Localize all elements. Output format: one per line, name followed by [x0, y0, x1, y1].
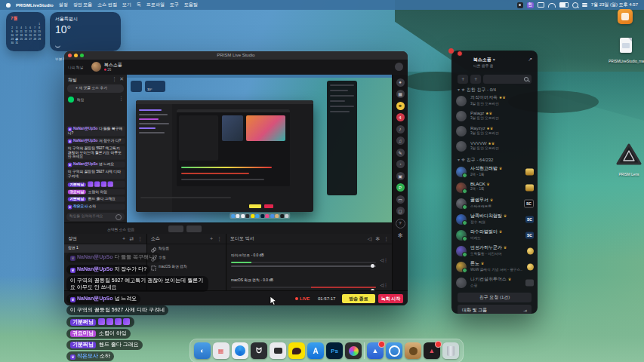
calendar-day[interactable]: 14: [34, 31, 36, 33]
calendar-day[interactable]: 10: [16, 31, 18, 33]
chat-input[interactable]: 채팅을 입력해주세요: [66, 213, 125, 221]
dock-icon-prism-live-studio[interactable]: ▲: [367, 342, 384, 359]
emoji-icon[interactable]: [116, 214, 122, 220]
calendar-day[interactable]: 26: [25, 38, 27, 41]
screen-record-icon[interactable]: [517, 2, 523, 8]
friend-row[interactable]: 남쪽바다처럼말 ♛정수 회원SC: [451, 211, 538, 227]
dock-icon-trash[interactable]: [442, 342, 459, 359]
clock-icon[interactable]: ◔: [396, 160, 405, 168]
messenger-profile-name[interactable]: 복스소풍 ▾: [473, 57, 495, 63]
calendar-day[interactable]: 31: [16, 42, 18, 44]
chat-message-list[interactable]: ♛NaNan문UpSo 다 내고 들어가 하던데♛NaNan문UpSo 네?♛N…: [64, 126, 127, 210]
chat-message[interactable]: 기분쩌님 핸드 졸다 그래요: [66, 196, 125, 201]
calendar-day[interactable]: 15: [39, 31, 41, 33]
calendar-day[interactable]: 29: [39, 38, 41, 41]
calendar-day[interactable]: 6: [29, 27, 32, 29]
favorite-friend-row[interactable]: Rayzyz ★♛3일 동안 오프라인: [451, 124, 538, 139]
calendar-day[interactable]: 19: [25, 35, 27, 37]
dock-icon-discord[interactable]: ᗢ: [251, 342, 267, 359]
friend-row[interactable]: 먼전가히누군가 ♛오락힐링 - 야간셔머: [451, 243, 538, 259]
chat-message[interactable]: 귀요미님 소렴이 하잉: [66, 329, 131, 339]
calendar-day[interactable]: 7: [34, 27, 36, 29]
friend-row[interactable]: 톤노 ♛WoW 클래식 기념 서버 - 평구스..: [451, 259, 538, 275]
calendar-day[interactable]: 1: [39, 23, 41, 26]
sticker-icon[interactable]: ☻: [396, 102, 405, 110]
display-icon[interactable]: [538, 2, 544, 8]
friends-section-label[interactable]: ▾ ❖ 친구 - 64/232: [451, 157, 538, 164]
chat-dock-close-icon[interactable]: ✕: [119, 76, 124, 82]
dock-icon-prism-lens[interactable]: [386, 342, 402, 359]
add-source-icon[interactable]: +: [210, 236, 213, 241]
calendar-day[interactable]: 18: [20, 35, 23, 37]
chat-message[interactable]: ♛NaNan문UpSo 넘 느려요: [66, 294, 140, 304]
grid-icon[interactable]: ▦: [396, 90, 405, 98]
calendar-day[interactable]: 13: [29, 31, 32, 33]
favorite-friend-row[interactable]: Palagz ★♛3일 동안 오프라인: [451, 109, 538, 124]
calendar-day[interactable]: 2: [11, 27, 14, 29]
chat-tab-menu-icon[interactable]: ⋮: [119, 96, 124, 102]
desktop-icon-orange-app[interactable]: [618, 9, 634, 24]
chats-and-groups-bar[interactable]: 대화 및 그룹⇥: [458, 305, 532, 314]
chat-message[interactable]: ♛NaNan문UpSo 저 장수가 다?: [66, 138, 125, 144]
mixer-menu-icon[interactable]: ⋮: [384, 236, 389, 242]
calendar-day[interactable]: 12: [25, 31, 27, 33]
calendar-day[interactable]: 30: [11, 42, 14, 44]
calendar-day[interactable]: 22: [39, 35, 41, 37]
weather-widget[interactable]: 서울특별시 10° 부분적으로 흐림: [50, 12, 121, 51]
mixer-mute-icon[interactable]: ◁: [368, 236, 371, 242]
apple-menu-icon[interactable]: [6, 3, 11, 8]
calendar-day[interactable]: 4: [20, 27, 23, 29]
chat-message[interactable]: ♛NaNan문UpSo 넘 느려요: [66, 161, 125, 167]
friend-row[interactable]: BLACK ♛2팩 - 1톡: [451, 179, 538, 195]
dock-icon-app-store[interactable]: A: [307, 342, 324, 359]
mic-icon[interactable]: ♪: [396, 125, 405, 133]
calendar-day[interactable]: 11: [20, 31, 23, 33]
menu-app-name[interactable]: PRISMLiveStudio: [16, 3, 54, 8]
chat-message[interactable]: ♛NaNan문UpSo 저 장수가 다?: [66, 265, 150, 275]
favorite-friend-row[interactable]: 괴작이머저쑥 ★♛3일 동안 오프라인: [451, 94, 538, 109]
preview-action-button[interactable]: [168, 225, 183, 232]
calendar-day[interactable]: 5: [25, 27, 27, 29]
menu-item[interactable]: 도구: [170, 2, 179, 8]
control-center-icon[interactable]: [582, 3, 587, 8]
menu-item[interactable]: 독: [137, 2, 141, 8]
preview-action-button[interactable]: [186, 225, 202, 232]
chzzk-platform-icon[interactable]: [68, 97, 74, 103]
mixer-channel-menu-icon[interactable]: ⋮: [384, 282, 388, 287]
favorites-section-label[interactable]: ▾ ★ 친한 친구 - 0/4: [451, 87, 538, 94]
wifi-icon[interactable]: [548, 3, 556, 8]
add-group-button[interactable]: ＋: [470, 75, 481, 84]
menu-item[interactable]: 설정: [59, 2, 68, 8]
sources-menu-icon[interactable]: ⋮: [217, 236, 222, 242]
scene-item[interactable]: 장면 1: [64, 244, 146, 253]
calendar-day[interactable]: 25: [20, 38, 23, 41]
friend-row[interactable]: 사석현고래밥 ♛2팩 - 1톡: [451, 164, 538, 179]
add-comment-source-button[interactable]: +새 댓글 소스 추가: [67, 84, 124, 93]
menu-item[interactable]: 소스 편집: [97, 2, 117, 8]
chat-message[interactable]: 이 구역의 꼴등팀 5927 사제 디따 구려네: [66, 169, 125, 179]
calendar-day[interactable]: 24: [16, 38, 18, 41]
friend-search-input[interactable]: [483, 75, 532, 84]
dock-icon-streaming-app[interactable]: ▲: [424, 342, 440, 359]
calendar-day[interactable]: 20: [29, 35, 32, 37]
battery-icon[interactable]: [559, 2, 569, 8]
chat-message[interactable]: ♛작은모사 소하: [66, 204, 125, 210]
channel-avatar[interactable]: [91, 62, 101, 72]
dock-icon-final-cut[interactable]: [345, 342, 362, 359]
desktop-icon-prism-lens[interactable]: PRISM Lens: [612, 143, 644, 179]
calendar-day[interactable]: 23: [11, 38, 14, 41]
chat-message[interactable]: 이 구역의 꼴등팀 5927 예고특기 괜찮아 보이는데 뭘론기요 아무도 안 …: [66, 276, 208, 292]
chat-message[interactable]: 귀요미님 소렴이 하잉: [66, 189, 125, 195]
add-friend-button[interactable]: ＋: [458, 75, 468, 84]
input-language-badge[interactable]: 한: [527, 2, 534, 8]
dock-icon-safari[interactable]: [232, 342, 248, 359]
start-record-button[interactable]: 녹화 시작: [378, 294, 403, 303]
spotlight-icon[interactable]: [572, 2, 578, 8]
calendar-day[interactable]: 28: [34, 38, 36, 41]
frame-icon[interactable]: ◻: [396, 207, 405, 215]
profile-icon[interactable]: ●: [396, 78, 405, 87]
dock-icon-photoshop[interactable]: Ps: [326, 342, 343, 359]
chat-message[interactable]: ♛작은모사 소하: [66, 351, 114, 361]
chat-message[interactable]: 이 구역의 꼴등팀 5927 예고특기 괜찮아 보이는데 뭘론기요 아무도 안 …: [66, 146, 125, 159]
chat-message[interactable]: 기분쩌님 핸드 졸다 그래요: [66, 340, 143, 350]
